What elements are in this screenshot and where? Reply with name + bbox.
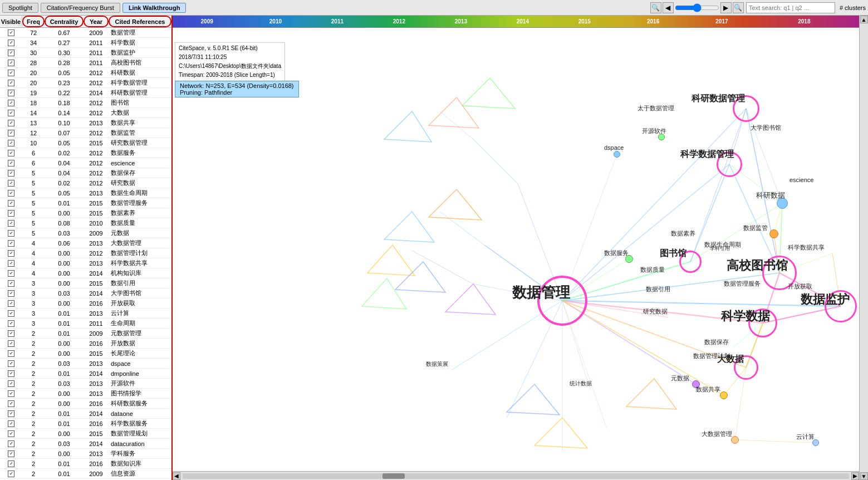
table-row[interactable]: 4 0.00 2012 数据管理计划 — [0, 248, 171, 258]
table-row[interactable]: 2 0.01 2016 科学数据服务 — [0, 419, 171, 429]
table-row[interactable]: 2 0.01 2009 信息资源 — [0, 469, 171, 479]
cell-visible[interactable] — [0, 410, 22, 417]
cell-visible[interactable] — [0, 300, 22, 307]
checkbox[interactable] — [8, 50, 14, 56]
checkbox[interactable] — [8, 471, 14, 477]
checkbox[interactable] — [8, 160, 14, 166]
cell-visible[interactable] — [0, 190, 22, 197]
table-row[interactable]: 30 0.30 2011 数据监护 — [0, 48, 171, 58]
col-header-visible[interactable]: Visible — [0, 16, 22, 27]
table-row[interactable]: 2 0.00 2013 图书情报学 — [0, 389, 171, 399]
right-scrollbar[interactable]: ▲ ▼ — [859, 16, 868, 480]
checkbox[interactable] — [8, 130, 14, 136]
checkbox[interactable] — [8, 230, 14, 237]
table-row[interactable]: 14 0.14 2012 大数据 — [0, 108, 171, 118]
zoom-slider[interactable] — [675, 3, 719, 12]
checkbox[interactable] — [8, 310, 14, 317]
table-row[interactable]: 2 0.00 2013 学科服务 — [0, 449, 171, 459]
table-row[interactable]: 3 0.00 2016 开放获取 — [0, 298, 171, 308]
checkbox[interactable] — [8, 200, 14, 207]
table-row[interactable]: 3 0.01 2011 生命周期 — [0, 319, 171, 329]
node-科研数据管理[interactable] — [733, 95, 759, 122]
table-row[interactable]: 5 0.03 2009 元数据 — [0, 228, 171, 238]
node-大数据管理[interactable] — [731, 436, 739, 444]
cell-visible[interactable] — [0, 360, 22, 367]
cell-visible[interactable] — [0, 420, 22, 427]
checkbox[interactable] — [8, 210, 14, 217]
cell-visible[interactable] — [0, 180, 22, 187]
node-云计算[interactable] — [812, 439, 819, 446]
cell-visible[interactable] — [0, 471, 22, 477]
table-row[interactable]: 2 0.00 2016 科研数据服务 — [0, 399, 171, 409]
scroll-track[interactable] — [183, 473, 849, 479]
checkbox[interactable] — [8, 350, 14, 357]
table-row[interactable]: 5 0.00 2015 数据素养 — [0, 208, 171, 218]
zoom-left-button[interactable]: ◀ — [663, 2, 674, 13]
zoom-in-button[interactable]: 🔍 — [650, 2, 661, 13]
checkbox[interactable] — [8, 461, 14, 467]
checkbox[interactable] — [8, 280, 14, 287]
canvas-area[interactable]: CiteSpace, v. 5.0.R1 SE (64-bit) 2018/7/… — [173, 28, 859, 471]
scroll-up-arrow[interactable]: ▲ — [860, 16, 868, 23]
col-header-cited[interactable]: Cited References — [109, 16, 171, 27]
cell-visible[interactable] — [0, 230, 22, 237]
table-row[interactable]: 4 0.00 2014 机构知识库 — [0, 268, 171, 278]
bottom-scrollbar[interactable]: ◀ ▶ — [173, 471, 859, 480]
scroll-left-arrow[interactable]: ◀ — [173, 472, 180, 480]
node-图书馆[interactable] — [679, 251, 702, 273]
cell-visible[interactable] — [0, 390, 22, 397]
cell-visible[interactable] — [0, 270, 22, 277]
cell-visible[interactable] — [0, 430, 22, 437]
cell-visible[interactable] — [0, 220, 22, 227]
node-高校图书馆[interactable] — [762, 256, 797, 290]
cell-visible[interactable] — [0, 440, 22, 447]
checkbox[interactable] — [8, 330, 14, 337]
cell-visible[interactable] — [0, 320, 22, 327]
col-header-centrality[interactable]: Centrality — [45, 16, 84, 27]
cell-visible[interactable] — [0, 240, 22, 247]
checkbox[interactable] — [8, 60, 14, 66]
spotlight-button[interactable]: Spotlight — [2, 3, 38, 13]
table-row[interactable]: 2 0.01 2009 元数据管理 — [0, 329, 171, 339]
cell-visible[interactable] — [0, 340, 22, 347]
checkbox[interactable] — [8, 360, 14, 367]
table-row[interactable]: 34 0.27 2011 科学数据 — [0, 38, 171, 48]
table-row[interactable]: 18 0.18 2012 图书馆 — [0, 98, 171, 108]
cell-visible[interactable] — [0, 350, 22, 357]
table-row[interactable]: 2 0.00 2015 数据管理规划 — [0, 429, 171, 439]
table-row[interactable]: 2 0.03 2013 dspace — [0, 359, 171, 369]
table-row[interactable]: 28 0.28 2011 高校图书馆 — [0, 58, 171, 68]
checkbox[interactable] — [8, 220, 14, 227]
cell-visible[interactable] — [0, 90, 22, 96]
node-科学数据[interactable] — [748, 308, 777, 337]
checkbox[interactable] — [8, 70, 14, 76]
table-row[interactable]: 6 0.04 2012 escience — [0, 158, 171, 168]
checkbox[interactable] — [8, 430, 14, 437]
node-数据监护[interactable] — [825, 290, 857, 322]
cell-visible[interactable] — [0, 80, 22, 86]
checkbox[interactable] — [8, 90, 14, 96]
cell-visible[interactable] — [0, 160, 22, 166]
checkbox[interactable] — [8, 270, 14, 277]
cell-visible[interactable] — [0, 200, 22, 207]
checkbox[interactable] — [8, 380, 14, 387]
checkbox[interactable] — [8, 30, 14, 36]
table-row[interactable]: 2 0.01 2014 dmponline — [0, 369, 171, 379]
cell-visible[interactable] — [0, 130, 22, 136]
cell-visible[interactable] — [0, 290, 22, 297]
cell-visible[interactable] — [0, 330, 22, 337]
checkbox[interactable] — [8, 240, 14, 247]
table-row[interactable]: 5 0.01 2015 数据管理服务 — [0, 198, 171, 208]
link-walkthrough-button[interactable]: Link Walkthrough — [122, 3, 186, 13]
node-dspace[interactable] — [614, 151, 620, 158]
cell-visible[interactable] — [0, 461, 22, 467]
cell-visible[interactable] — [0, 60, 22, 66]
table-row[interactable]: 20 0.23 2012 科学数据管理 — [0, 78, 171, 88]
node-数据服务[interactable] — [625, 255, 633, 263]
checkbox[interactable] — [8, 410, 14, 417]
cell-visible[interactable] — [0, 30, 22, 36]
cell-visible[interactable] — [0, 400, 22, 407]
checkbox[interactable] — [8, 40, 14, 46]
cell-visible[interactable] — [0, 280, 22, 287]
checkbox[interactable] — [8, 420, 14, 427]
